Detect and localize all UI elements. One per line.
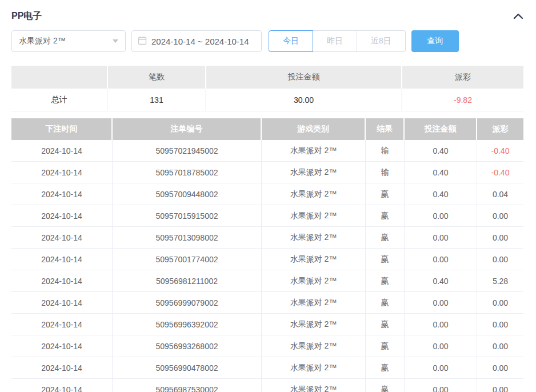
table-row: 2024-10-1450957013098002水果派对 2™赢0.000.00 (11, 227, 523, 249)
bet-time-cell: 2024-10-14 (11, 162, 113, 183)
game-type-cell: 水果派对 2™ (262, 205, 366, 227)
payout-cell: 0.00 (477, 227, 523, 249)
result-cell: 输 (366, 140, 405, 162)
bet-amount-cell: 0.00 (405, 379, 477, 392)
order-no-cell: 50956990478002 (113, 357, 262, 379)
order-no-cell: 50956987530002 (113, 379, 262, 392)
header-payout: 派彩 (477, 118, 523, 140)
summary-total-label: 总计 (11, 89, 108, 111)
result-cell: 赢 (366, 270, 405, 292)
bet-time-cell: 2024-10-14 (11, 140, 113, 162)
result-cell: 输 (366, 162, 405, 183)
pp-electronics-panel: PP电子 水果派对 2™ 2024-10-14 ~ 2024-10-14 今日 … (0, 0, 536, 392)
bet-time-cell: 2024-10-14 (11, 183, 113, 205)
summary-header-payout: 派彩 (402, 66, 523, 89)
payout-cell: 0.00 (477, 205, 523, 227)
bet-amount-cell: 0.00 (405, 335, 477, 357)
bet-time-cell: 2024-10-14 (11, 227, 113, 249)
date-range-input[interactable]: 2024-10-14 ~ 2024-10-14 (131, 30, 262, 52)
table-row: 2024-10-1450956990478002水果派对 2™赢0.000.00 (11, 357, 523, 379)
summary-total-count: 131 (108, 89, 206, 111)
table-row: 2024-10-1450956981211002水果派对 2™赢0.405.28 (11, 270, 523, 292)
bet-amount-cell: 0.00 (405, 314, 477, 335)
game-type-cell: 水果派对 2™ (262, 162, 366, 183)
yesterday-button[interactable]: 昨日 (313, 30, 357, 52)
result-cell: 赢 (366, 227, 405, 249)
bet-time-cell: 2024-10-14 (11, 205, 113, 227)
result-cell: 赢 (366, 249, 405, 270)
order-no-cell: 50956993268002 (113, 335, 262, 357)
payout-cell: 0.00 (477, 249, 523, 270)
order-no-cell: 50956981211002 (113, 270, 262, 292)
order-no-cell: 50957009448002 (113, 183, 262, 205)
result-cell: 赢 (366, 292, 405, 314)
summary-total-payout: -9.82 (402, 89, 523, 111)
bet-time-cell: 2024-10-14 (11, 249, 113, 270)
payout-cell: 0.00 (477, 314, 523, 335)
header-result: 结果 (366, 118, 405, 140)
order-no-cell: 50957021945002 (113, 140, 262, 162)
payout-cell: 0.00 (477, 335, 523, 357)
game-type-cell: 水果派对 2™ (262, 249, 366, 270)
game-type-cell: 水果派对 2™ (262, 140, 366, 162)
bet-time-cell: 2024-10-14 (11, 314, 113, 335)
game-type-cell: 水果派对 2™ (262, 227, 366, 249)
table-row: 2024-10-1450956999079002水果派对 2™赢0.000.00 (11, 292, 523, 314)
query-button[interactable]: 查询 (411, 30, 459, 52)
bet-amount-cell: 0.40 (405, 162, 477, 183)
records-table-header: 下注时间 注单编号 游戏类别 结果 投注金额 派彩 (11, 118, 523, 140)
caret-down-icon (113, 39, 118, 43)
header-order-no: 注单编号 (113, 118, 262, 140)
bet-amount-cell: 0.00 (405, 227, 477, 249)
result-cell: 赢 (366, 335, 405, 357)
payout-cell: 0.04 (477, 183, 523, 205)
last-8-days-button[interactable]: 近8日 (357, 30, 406, 52)
chevron-up-icon (513, 11, 523, 22)
payout-cell: -0.40 (477, 140, 523, 162)
result-cell: 赢 (366, 205, 405, 227)
game-type-cell: 水果派对 2™ (262, 314, 366, 335)
collapse-panel-button[interactable] (513, 11, 523, 22)
order-no-cell: 50957013098002 (113, 227, 262, 249)
game-type-cell: 水果派对 2™ (262, 270, 366, 292)
game-type-cell: 水果派对 2™ (262, 292, 366, 314)
order-no-cell: 50957015915002 (113, 205, 262, 227)
bet-time-cell: 2024-10-14 (11, 379, 113, 392)
game-type-cell: 水果派对 2™ (262, 183, 366, 205)
game-type-cell: 水果派对 2™ (262, 379, 366, 392)
table-row: 2024-10-1450957001774002水果派对 2™赢0.000.00 (11, 249, 523, 270)
game-type-cell: 水果派对 2™ (262, 335, 366, 357)
bet-amount-cell: 0.00 (405, 357, 477, 379)
header-bet-time: 下注时间 (11, 118, 113, 140)
bet-time-cell: 2024-10-14 (11, 357, 113, 379)
today-button[interactable]: 今日 (269, 30, 313, 52)
bet-amount-cell: 0.40 (405, 183, 477, 205)
bet-time-cell: 2024-10-14 (11, 270, 113, 292)
panel-header: PP电子 (11, 0, 523, 30)
result-cell: 赢 (366, 314, 405, 335)
order-no-cell: 50956996392002 (113, 314, 262, 335)
page-title: PP电子 (11, 10, 42, 22)
table-row: 2024-10-1450957015915002水果派对 2™赢0.000.00 (11, 205, 523, 227)
filter-bar: 水果派对 2™ 2024-10-14 ~ 2024-10-14 今日 昨日 近8… (11, 30, 523, 52)
bet-amount-cell: 0.40 (405, 140, 477, 162)
table-row: 2024-10-1450956996392002水果派对 2™赢0.000.00 (11, 314, 523, 335)
table-row: 2024-10-1450957021945002水果派对 2™输0.40-0.4… (11, 140, 523, 162)
bet-time-cell: 2024-10-14 (11, 335, 113, 357)
payout-cell: 0.00 (477, 379, 523, 392)
summary-table: 笔数 投注金额 派彩 总计 131 30.00 -9.82 (11, 66, 523, 111)
records-table-body: 2024-10-1450957021945002水果派对 2™输0.40-0.4… (11, 140, 523, 392)
order-no-cell: 50957001774002 (113, 249, 262, 270)
table-row: 2024-10-1450957018785002水果派对 2™输0.40-0.4… (11, 162, 523, 183)
bet-amount-cell: 0.40 (405, 270, 477, 292)
header-game-type: 游戏类别 (262, 118, 366, 140)
game-type-cell: 水果派对 2™ (262, 357, 366, 379)
calendar-icon (138, 36, 147, 47)
bet-amount-cell: 0.00 (405, 205, 477, 227)
bet-time-cell: 2024-10-14 (11, 292, 113, 314)
summary-header-bet-amount: 投注金额 (206, 66, 402, 89)
records-table: 下注时间 注单编号 游戏类别 结果 投注金额 派彩 2024-10-145095… (11, 118, 523, 392)
payout-cell: -0.40 (477, 162, 523, 183)
header-bet-amount: 投注金额 (405, 118, 477, 140)
game-select[interactable]: 水果派对 2™ (11, 30, 126, 52)
